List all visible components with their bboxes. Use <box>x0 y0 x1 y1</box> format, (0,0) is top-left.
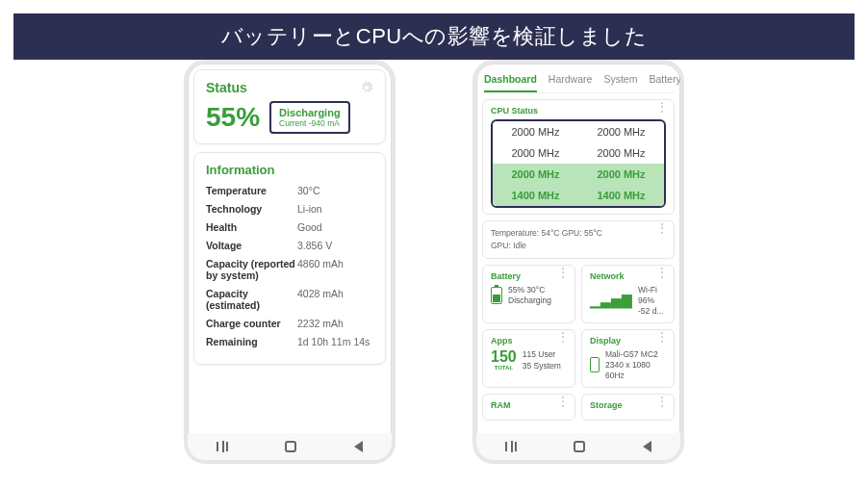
more-icon[interactable]: ⋮ <box>656 334 668 340</box>
info-row: Charge counter2232 mAh <box>206 318 373 329</box>
info-row: TechnologyLi-ion <box>206 203 373 215</box>
nav-recent-icon[interactable] <box>217 442 228 451</box>
stage: Status 55% Discharging Current -940 mA I… <box>0 50 868 487</box>
tab-battery[interactable]: Battery <box>649 73 680 92</box>
info-card: Information Temperature30°C TechnologyLi… <box>193 152 386 365</box>
info-title: Information <box>206 163 373 177</box>
info-row: Remaining1d 10h 11m 14s <box>206 336 373 347</box>
network-mini-card[interactable]: Network ⋮ ▁▃▅▇ Wi-Fi96% -52 d... <box>581 265 675 323</box>
info-row: Voltage3.856 V <box>206 240 373 251</box>
battery-percent: 55% <box>206 102 260 133</box>
tab-hardware[interactable]: Hardware <box>549 73 593 92</box>
discharge-current: Current -940 mA <box>279 118 341 128</box>
phone2-content: Dashboard Hardware System Battery CPU St… <box>476 64 680 433</box>
info-row: Capacity (reported by system)4860 mAh <box>206 258 373 281</box>
nav-back-icon[interactable] <box>643 441 651 452</box>
status-card: Status 55% Discharging Current -940 mA <box>193 69 386 144</box>
gear-icon[interactable] <box>360 81 373 94</box>
status-title: Status <box>206 80 247 95</box>
phone-battery: Status 55% Discharging Current -940 mA I… <box>184 60 396 464</box>
ram-mini-card[interactable]: RAM ⋮ <box>482 394 575 421</box>
storage-mini-card[interactable]: Storage ⋮ <box>581 394 675 421</box>
tabs: Dashboard Hardware System Battery <box>482 69 675 93</box>
more-icon[interactable]: ⋮ <box>656 269 668 275</box>
battery-icon <box>491 287 502 304</box>
info-row: HealthGood <box>206 221 373 233</box>
discharge-state: Discharging <box>279 107 341 118</box>
android-navbar <box>476 433 680 460</box>
more-icon[interactable]: ⋮ <box>557 398 569 404</box>
wifi-icon: ▁▃▅▇ <box>590 293 632 308</box>
info-row: Temperature30°C <box>206 185 373 196</box>
apps-mini-card[interactable]: Apps ⋮ 150 TOTAL 115 User35 System <box>482 329 575 388</box>
cpu-grid: 2000 MHz2000 MHz 2000 MHz2000 MHz 2000 M… <box>491 119 666 208</box>
phone1-content: Status 55% Discharging Current -940 mA I… <box>188 64 392 433</box>
tab-system[interactable]: System <box>603 73 637 92</box>
display-icon <box>590 357 600 372</box>
nav-home-icon[interactable] <box>285 441 296 452</box>
temp-card: ⋮ Temperature: 54°C GPU: 55°C GPU: Idle <box>482 220 675 259</box>
android-navbar <box>188 433 392 460</box>
nav-home-icon[interactable] <box>574 441 585 452</box>
nav-recent-icon[interactable] <box>505 442 517 451</box>
tab-dashboard[interactable]: Dashboard <box>484 73 537 92</box>
nav-back-icon[interactable] <box>354 441 363 452</box>
more-icon[interactable]: ⋮ <box>656 104 668 110</box>
more-icon[interactable]: ⋮ <box>656 398 668 404</box>
battery-mini-card[interactable]: Battery ⋮ 55% 30°CDischarging <box>482 265 575 323</box>
temp-line2: GPU: Idle <box>491 240 666 252</box>
more-icon[interactable]: ⋮ <box>557 269 569 275</box>
discharge-box: Discharging Current -940 mA <box>269 101 350 134</box>
display-mini-card[interactable]: Display ⋮ Mali-G57 MC22340 x 108060Hz <box>581 329 675 388</box>
more-icon[interactable]: ⋮ <box>557 334 569 340</box>
cpu-card: CPU Status ⋮ 2000 MHz2000 MHz 2000 MHz20… <box>482 99 675 215</box>
more-icon[interactable]: ⋮ <box>656 225 668 231</box>
temp-line1: Temperature: 54°C GPU: 55°C <box>491 227 666 240</box>
apps-count: 150 <box>491 349 517 365</box>
cpu-title: CPU Status <box>491 106 666 115</box>
phone-dashboard: Dashboard Hardware System Battery CPU St… <box>472 60 684 464</box>
info-row: Capacity (estimated)4028 mAh <box>206 288 373 311</box>
